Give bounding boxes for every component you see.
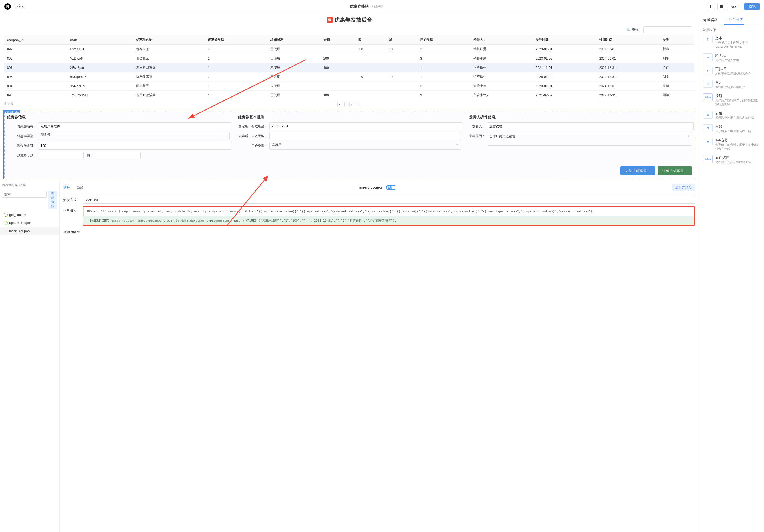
table-cell: 200 <box>321 54 355 63</box>
component-item[interactable]: ◫图片通过图片链接展示图片 <box>699 78 764 91</box>
pager-next[interactable]: › <box>356 101 361 107</box>
table-header[interactable]: 发券时间 <box>533 36 596 45</box>
input-expire[interactable] <box>269 122 463 130</box>
table-cell: 10 <box>386 72 418 82</box>
table-cell: 300 <box>355 45 386 54</box>
table-header[interactable]: 减 <box>386 36 418 45</box>
component-desc: 展示和允许用户操作表格数据 <box>715 116 760 120</box>
table-cell: 阳光普照 <box>133 82 205 91</box>
sql-input[interactable]: INSERT INTO users (coupon_name,type,amou… <box>84 207 694 217</box>
sql-highlight-box: INSERT INTO users (coupon_name,type,amou… <box>83 206 695 226</box>
table-cell: U9xJ8B3H <box>67 45 133 54</box>
select-usertype[interactable]: 全用户 <box>269 142 461 149</box>
query-item[interactable]: ✓update_coupon <box>0 219 59 227</box>
tab-advanced[interactable]: 高级 <box>77 185 84 190</box>
component-item[interactable]: ⊞容器用于将多个组件集合在一起 <box>699 122 764 135</box>
component-item[interactable]: Action文件选择允许用户选择文件以便上传 <box>699 153 764 166</box>
table-header[interactable]: 优惠券类型 <box>205 36 268 45</box>
input-coupon-name[interactable] <box>38 122 231 130</box>
table-cell: 2021-11-01 <box>533 63 596 72</box>
table-cell: 1 <box>418 63 471 72</box>
component-item[interactable]: ▦表格展示和允许用户操作表格数据 <box>699 109 764 122</box>
new-query-button[interactable]: 新建查询 <box>48 191 57 209</box>
table-cell: 1 <box>205 82 268 91</box>
table-header[interactable]: 用户类型 <box>418 36 471 45</box>
search-label: 查询： <box>632 28 642 32</box>
layout-full-icon[interactable] <box>717 3 725 10</box>
input-full[interactable] <box>38 152 84 159</box>
label-trigger: 触发方式 <box>64 196 80 202</box>
update-coupon-button[interactable]: 更新「优惠券」 <box>620 166 655 175</box>
table-cell: 1 <box>205 63 268 72</box>
table-header[interactable]: 优惠券名称 <box>133 36 205 45</box>
coupon-badge-icon: 营 <box>327 17 333 23</box>
table-cell: Yxt6fso6 <box>67 54 133 63</box>
table-header[interactable]: 发劵人 ↓ <box>471 36 533 45</box>
component-desc: 允许用户输入文本 <box>715 58 760 62</box>
table-cell <box>355 63 386 72</box>
table-cell <box>386 63 418 72</box>
component-item[interactable]: ▭输入框允许用户输入文本 <box>699 51 764 65</box>
table-row[interactable]: 891XFcu8pfn老用户回馈券1未使用1001运营铁柱2021-11-012… <box>4 63 694 72</box>
component-desc: 从列表中选择值或触发操作 <box>715 72 760 76</box>
container-label: container1 <box>3 110 20 113</box>
component-item[interactable]: ▾下拉框从列表中选择值或触发操作 <box>699 65 764 78</box>
label-on-success: 成功时触发 <box>64 228 80 235</box>
input-operator[interactable] <box>487 122 693 130</box>
enabled-toggle[interactable]: 已启用 <box>386 185 396 190</box>
layout-sidebar-icon[interactable] <box>708 3 715 10</box>
label-coupon-type: 优惠券类型： <box>7 134 37 138</box>
table-cell: 2 <box>418 45 471 54</box>
textarea-reason[interactable]: 合作厂商渠道销售ⓧ <box>487 132 692 146</box>
query-item-name: update_coupon <box>9 221 32 225</box>
select-coupon-type[interactable]: 现金券 <box>38 132 230 140</box>
table-row[interactable]: 893T24EQ6WU老用户激活券1已使用1003主管张铁人2021-07-09… <box>4 91 694 100</box>
tab-components[interactable]: ⠿ 组件列表 <box>724 15 744 25</box>
table-header[interactable]: 金额 <box>321 36 355 45</box>
table-row[interactable]: 895nKUq8mLK快乐父亲节2已过期200101运营铁柱2020-01-23… <box>4 72 694 82</box>
input-minus[interactable] <box>95 152 141 159</box>
input-amount[interactable] <box>38 142 231 149</box>
component-item[interactable]: ⊟Tab容器带导航栏的容器，用于将多个组件组合在一起 <box>699 136 764 153</box>
search-input[interactable] <box>644 26 692 33</box>
pager-prev[interactable]: ‹ <box>337 101 342 107</box>
section-rules: 优惠券基本规则 <box>238 115 461 120</box>
svg-rect-1 <box>710 5 711 8</box>
create-coupon-button[interactable]: 生成「优惠券」 <box>658 166 692 175</box>
table-cell: 2024-12-01 <box>597 82 660 91</box>
table-cell: 已使用 <box>268 54 321 63</box>
query-item[interactable]: ✓get_coupon <box>0 211 59 219</box>
check-icon: ✓ <box>4 221 8 225</box>
run-preview-button[interactable]: 运行并预览 <box>672 184 695 191</box>
clear-icon[interactable]: ⓧ <box>687 134 689 138</box>
component-item[interactable]: T文本用于显示文本内容，支持 Markdown 和 HTML <box>699 34 764 51</box>
table-cell: 2 <box>205 45 268 54</box>
pager-current: 1 <box>344 101 350 107</box>
check-icon: ✓ <box>4 213 8 217</box>
table-header[interactable]: 核销状态 <box>268 36 321 45</box>
table-header[interactable]: code <box>67 36 133 45</box>
table-cell: 现金直减 <box>133 54 205 63</box>
component-item[interactable]: Action按钮允许用户执行操作，如导出数据、执行查询等 <box>699 91 764 109</box>
component-desc: 允许用户选择文件以便上传 <box>715 160 760 164</box>
table-header[interactable]: 满 <box>355 36 386 45</box>
section-common: 常用组件 <box>699 25 764 34</box>
component-desc: 通过图片链接展示图片 <box>715 85 760 89</box>
table-cell: 3 <box>418 91 471 100</box>
tab-general[interactable]: 通用 <box>64 185 71 190</box>
tab-editor[interactable]: ▣ 编辑器 <box>702 15 719 25</box>
table-row[interactable]: 892U9xJ8B3H新春满减2已使用3001002销售铁蛋2023-01-01… <box>4 45 694 54</box>
table-header[interactable]: 发券 <box>660 36 694 45</box>
table-row[interactable]: 896Yxt6fso6现金直减1已使用2003销售小黑2023-01-02202… <box>4 54 694 63</box>
preview-button[interactable]: 预览 <box>744 3 760 10</box>
select-trigger[interactable]: MANUAL <box>83 196 695 204</box>
input-days[interactable] <box>269 132 461 140</box>
table-header[interactable]: 过期时间 <box>597 36 660 45</box>
query-item[interactable]: ○insert_coupon <box>0 227 59 235</box>
table-row[interactable]: 8943AMz7Doi阳光普照1未使用2运营小棒2023-01-012024-1… <box>4 82 694 91</box>
table-cell: 2 <box>418 82 471 91</box>
table-header[interactable]: coupon_id <box>4 36 67 45</box>
component-icon: ▭ <box>703 53 712 61</box>
save-button[interactable]: 保存 <box>727 3 742 10</box>
query-search-input[interactable] <box>2 191 47 198</box>
